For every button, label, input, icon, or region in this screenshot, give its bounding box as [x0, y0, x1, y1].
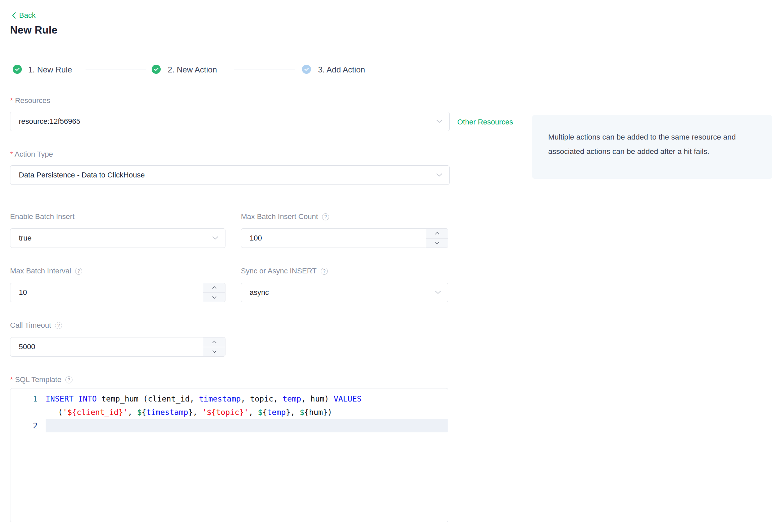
- chevron-down-icon: [212, 235, 218, 241]
- number-stepper: [203, 283, 225, 302]
- line-number: 1: [10, 392, 46, 406]
- call-timeout-value: 5000: [10, 342, 35, 351]
- step3-check-icon: [302, 65, 311, 74]
- step1-check-icon: [13, 65, 22, 74]
- max-batch-interval-input[interactable]: 10: [10, 283, 225, 302]
- resources-select[interactable]: resource:12f56965: [10, 112, 450, 131]
- line-number: 2: [10, 419, 46, 432]
- max-batch-interval-value: 10: [10, 288, 27, 297]
- sql-code-line-empty[interactable]: [46, 419, 448, 432]
- action-type-value: Data Persistence - Data to ClickHouse: [10, 171, 145, 179]
- chevron-down-icon: [435, 289, 441, 296]
- enable-batch-insert-label: Enable Batch Insert: [10, 212, 74, 221]
- number-stepper: [203, 337, 225, 356]
- help-icon[interactable]: ?: [322, 213, 329, 220]
- step-1-new-rule[interactable]: 1. New Rule: [28, 65, 72, 74]
- increase-button[interactable]: [203, 337, 225, 347]
- back-label: Back: [19, 11, 36, 20]
- sync-or-async-insert-value: async: [241, 288, 269, 297]
- step-2-new-action[interactable]: 2. New Action: [168, 65, 217, 74]
- back-button[interactable]: Back: [12, 11, 36, 20]
- max-batch-insert-count-input[interactable]: 100: [241, 228, 448, 248]
- other-resources-link[interactable]: Other Resources: [457, 118, 513, 126]
- resources-value: resource:12f56965: [10, 117, 80, 126]
- sql-code-line: INSERT INTO temp_hum (client_id, timesta…: [46, 392, 448, 406]
- sync-or-async-insert-label: Sync or Async INSERT ?: [241, 267, 328, 275]
- chevron-down-icon: [436, 172, 443, 178]
- page-title: New Rule: [10, 24, 57, 36]
- max-batch-interval-label: Max Batch Interval ?: [10, 267, 82, 275]
- step2-check-icon: [152, 65, 161, 74]
- number-stepper: [426, 229, 448, 248]
- new-rule-page: Back New Rule 1. New Rule 2. New Action …: [0, 0, 775, 532]
- editor-line: 2: [10, 419, 448, 432]
- sql-code-line: ('${client_id}', ${timestamp}, '${topic}…: [46, 406, 448, 419]
- decrease-button[interactable]: [426, 238, 448, 248]
- editor-line: 1 INSERT INTO temp_hum (client_id, times…: [10, 392, 448, 406]
- call-timeout-label: Call Timeout ?: [10, 321, 62, 330]
- help-icon[interactable]: ?: [75, 268, 82, 275]
- call-timeout-input[interactable]: 5000: [10, 337, 225, 357]
- increase-button[interactable]: [203, 283, 225, 292]
- sql-template-label: SQL Template ?: [10, 375, 72, 384]
- step-connector: [234, 69, 295, 69]
- help-icon[interactable]: ?: [55, 322, 62, 329]
- resources-label: Resources: [10, 96, 50, 105]
- max-batch-insert-count-label: Max Batch Insert Count ?: [241, 212, 329, 221]
- editor-line-wrapped: ('${client_id}', ${timestamp}, '${topic}…: [10, 406, 448, 419]
- decrease-button[interactable]: [203, 347, 225, 357]
- decrease-button[interactable]: [203, 292, 225, 302]
- action-type-label: Action Type: [10, 150, 53, 159]
- step-3-add-action[interactable]: 3. Add Action: [318, 65, 365, 74]
- max-batch-insert-count-value: 100: [241, 234, 262, 243]
- chevron-left-icon: [12, 12, 16, 19]
- sql-template-editor[interactable]: 1 INSERT INTO temp_hum (client_id, times…: [10, 388, 448, 522]
- help-icon[interactable]: ?: [321, 268, 328, 275]
- enable-batch-insert-value: true: [10, 234, 32, 243]
- chevron-down-icon: [436, 118, 443, 124]
- help-icon[interactable]: ?: [65, 376, 72, 383]
- enable-batch-insert-select[interactable]: true: [10, 228, 225, 248]
- sync-or-async-insert-select[interactable]: async: [241, 283, 448, 302]
- tip-panel: Multiple actions can be added to the sam…: [532, 115, 772, 179]
- action-type-select[interactable]: Data Persistence - Data to ClickHouse: [10, 165, 450, 185]
- increase-button[interactable]: [426, 229, 448, 238]
- step-connector: [86, 69, 146, 69]
